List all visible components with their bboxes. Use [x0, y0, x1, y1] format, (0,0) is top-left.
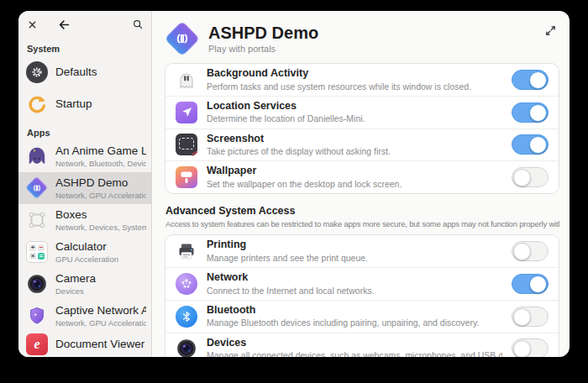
- permission-title: Screenshot: [207, 133, 502, 146]
- wallpaper-roller-icon: [176, 166, 197, 188]
- permission-row-screenshot: ✂ Screenshot Take pictures of the displa…: [165, 129, 559, 162]
- scissors-glyph: ✂: [190, 149, 201, 160]
- permission-title: Printing: [207, 239, 502, 252]
- boxes-icon: [26, 209, 48, 231]
- sidebar-header: [18, 11, 151, 36]
- permission-description: Connect to the Internet and local networ…: [207, 286, 502, 296]
- permission-row-wallpaper: Wallpaper Set the wallpaper on the deskt…: [165, 161, 559, 193]
- sidebar-item-permissions: Network, Devices, System Fo...: [55, 223, 146, 232]
- sidebar-item-camera[interactable]: Camera Devices: [18, 268, 151, 300]
- search-icon[interactable]: [129, 16, 146, 33]
- page-title: ASHPD Demo: [208, 24, 318, 42]
- sidebar-section-system: System: [18, 36, 151, 56]
- sidebar-item-label: Captive Network As...: [55, 304, 146, 317]
- permission-title: Devices: [207, 337, 502, 350]
- sidebar-item-label: An Anime Game La...: [55, 144, 146, 158]
- bluetooth-toggle[interactable]: [512, 307, 549, 327]
- sidebar-item-label: Calculator: [55, 240, 118, 254]
- screenshot-stage: System Defaults Startup Apps: [0, 0, 588, 383]
- sidebar-item-permissions: Network, GPU Acceleration: [55, 318, 146, 328]
- permission-description: Set the wallpaper on the desktop and loc…: [207, 179, 502, 190]
- printer-icon: [176, 240, 197, 262]
- anime-game-icon: [26, 145, 48, 167]
- sidebar-item-label: Document Viewer: [55, 338, 144, 351]
- sidebar-item-label: Boxes: [55, 208, 146, 222]
- devices-toggle[interactable]: [512, 338, 549, 357]
- screenshot-icon: ✂: [176, 134, 197, 155]
- sidebar-item-calculator[interactable]: +−×= Calculator GPU Acceleration: [18, 236, 151, 268]
- location-arrow-icon: [176, 102, 197, 123]
- permission-title: Network: [207, 271, 502, 285]
- shield-icon: [26, 305, 48, 327]
- section-description: Access to system features can be restric…: [165, 219, 559, 228]
- permission-row-bluetooth: Bluetooth Manage Bluetooth devices inclu…: [165, 301, 559, 333]
- sidebar-item-permissions: Network, GPU Acceleration: [55, 191, 146, 200]
- camera-lens-icon: [26, 273, 48, 295]
- back-arrow-icon[interactable]: [55, 16, 72, 33]
- sidebar-item-permissions: Network, Bluetooth, Devices,...: [55, 159, 146, 168]
- ghost-icon: [176, 69, 197, 91]
- expand-diagonal-icon[interactable]: [541, 21, 559, 39]
- section-heading: Advanced System Access: [165, 205, 559, 217]
- app-header: ASHPD Demo Play with portals: [152, 11, 570, 63]
- sidebar-item-ashpd-demo[interactable]: ASHPD Demo Network, GPU Acceleration: [18, 172, 151, 204]
- permission-row-network: Network Connect to the Internet and loca…: [165, 268, 559, 301]
- location-services-toggle[interactable]: [512, 102, 549, 123]
- camera-lens-icon: [176, 338, 197, 357]
- settings-window: System Defaults Startup Apps: [18, 11, 570, 357]
- sidebar-item-label: ASHPD Demo: [55, 176, 146, 190]
- background-activity-toggle[interactable]: [512, 70, 549, 90]
- settings-gear-icon: [26, 61, 48, 83]
- close-icon[interactable]: [24, 16, 40, 33]
- sidebar-item-permissions: GPU Acceleration: [55, 254, 118, 264]
- sidebar-item-label: Camera: [55, 272, 96, 286]
- sidebar-section-apps: Apps: [18, 120, 151, 140]
- permission-row-printing: Printing Manage printers and see the pri…: [165, 235, 559, 268]
- document-viewer-icon: e: [26, 333, 48, 355]
- ashpd-portal-icon: [165, 22, 199, 55]
- printing-toggle[interactable]: [512, 241, 549, 261]
- permission-description: Manage all connected devices, such as we…: [207, 350, 502, 357]
- sidebar-item-captive-network[interactable]: Captive Network As... Network, GPU Accel…: [18, 300, 151, 332]
- ashpd-portal-icon: [26, 177, 48, 199]
- permission-row-devices: Devices Manage all connected devices, su…: [165, 333, 559, 358]
- permission-row-location-services: Location Services Determine the location…: [165, 97, 559, 129]
- sidebar: System Defaults Startup Apps: [18, 11, 152, 357]
- calculator-icon: +−×=: [26, 241, 48, 263]
- permission-title: Bluetooth: [207, 304, 502, 317]
- network-toggle[interactable]: [512, 274, 549, 294]
- permission-description: Manage printers and see the print queue.: [207, 253, 502, 264]
- advanced-system-access-header: Advanced System Access Access to system …: [165, 205, 559, 228]
- permission-title: Location Services: [207, 100, 502, 113]
- portal-permissions-card: Background Activity Perform tasks and us…: [165, 63, 559, 194]
- page-subtitle: Play with portals: [208, 44, 318, 54]
- permission-description: Perform tasks and use system resources w…: [207, 81, 502, 92]
- main-panel: ASHPD Demo Play with portals: [152, 11, 570, 357]
- permission-description: Take pictures of the display without ask…: [207, 146, 502, 157]
- sidebar-item-startup[interactable]: Startup: [18, 88, 151, 120]
- bluetooth-icon: [176, 306, 197, 328]
- permission-title: Background Activity: [207, 67, 502, 81]
- permission-row-background-activity: Background Activity Perform tasks and us…: [165, 64, 559, 97]
- permission-description: Manage Bluetooth devices including pairi…: [207, 317, 502, 328]
- startup-arrow-icon: [26, 93, 48, 115]
- network-globe-icon: [176, 273, 197, 295]
- sidebar-item-boxes[interactable]: Boxes Network, Devices, System Fo...: [18, 204, 151, 236]
- sidebar-item-label: Defaults: [55, 66, 97, 79]
- advanced-access-card: Printing Manage printers and see the pri…: [165, 234, 559, 357]
- sidebar-item-label: Startup: [55, 97, 92, 111]
- permission-description: Determine the location of Danielles-Mini…: [207, 113, 502, 124]
- sidebar-item-defaults[interactable]: Defaults: [18, 56, 151, 88]
- wallpaper-toggle[interactable]: [512, 167, 549, 187]
- permission-title: Wallpaper: [207, 165, 502, 178]
- sidebar-item-document-viewer[interactable]: e Document Viewer: [18, 332, 151, 357]
- screenshot-toggle[interactable]: [512, 134, 549, 155]
- sidebar-item-permissions: Devices: [55, 286, 96, 296]
- sidebar-item-anime-game[interactable]: An Anime Game La... Network, Bluetooth, …: [18, 140, 151, 172]
